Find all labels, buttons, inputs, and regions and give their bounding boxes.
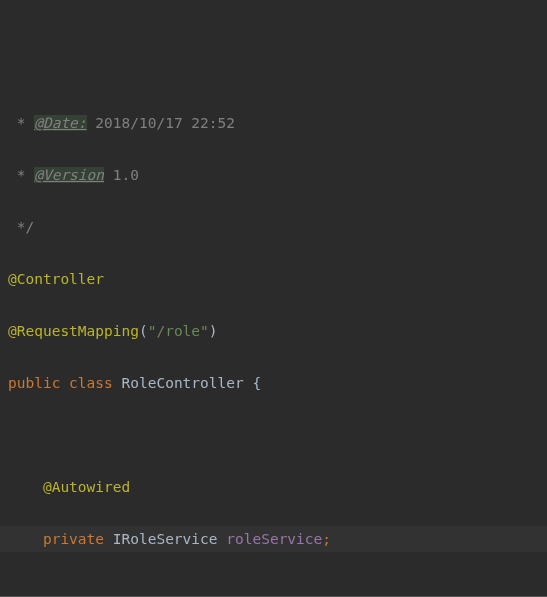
code-line[interactable]: @Controller [8,266,547,292]
code-line[interactable]: * @Date: 2018/10/17 22:52 [8,110,547,136]
code-line[interactable] [8,422,547,448]
code-line[interactable]: public class RoleController { [8,370,547,396]
code-line[interactable]: private IRoleService roleService; [8,526,547,552]
code-line[interactable]: * @Version 1.0 [8,162,547,188]
code-line[interactable]: */ [8,214,547,240]
code-line[interactable] [8,578,547,597]
code-editor[interactable]: * @Date: 2018/10/17 22:52 * @Version 1.0… [0,0,547,597]
code-line[interactable]: @RequestMapping("/role") [8,318,547,344]
code-line[interactable]: @Autowired [8,474,547,500]
